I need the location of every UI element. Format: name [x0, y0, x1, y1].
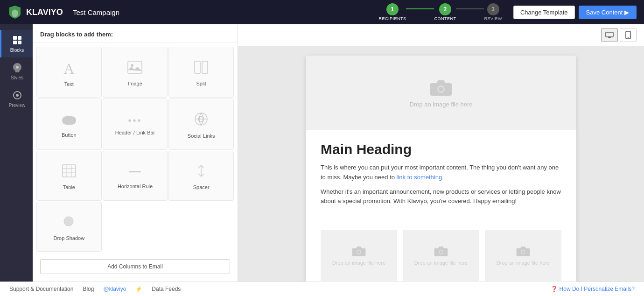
- block-image[interactable]: Image: [103, 47, 168, 98]
- svg-rect-24: [606, 32, 613, 37]
- svg-rect-1: [18, 36, 21, 40]
- canvas-toolbar: [238, 24, 644, 46]
- block-button[interactable]: Button: [36, 99, 102, 149]
- block-text[interactable]: A Text: [36, 47, 102, 98]
- image-block-label: Image: [128, 81, 142, 86]
- header-link-bar-block-icon: •••: [128, 115, 142, 126]
- col-1-drop-text: Drop an image file here: [332, 260, 385, 266]
- klaviyo-logo: [7, 5, 22, 20]
- body-link[interactable]: link to something: [397, 174, 442, 181]
- step-3-circle: 3: [487, 3, 499, 15]
- step-3: 3 REVIEW: [484, 3, 502, 21]
- rss-icon: ⚡: [135, 286, 142, 292]
- blocks-grid: A Text Image: [33, 43, 238, 255]
- block-split[interactable]: Split: [168, 47, 234, 98]
- preview-icon: [12, 90, 23, 101]
- horizontal-rule-block-icon: [128, 165, 142, 180]
- block-horizontal-rule[interactable]: Horizontal Rule: [103, 151, 168, 201]
- svg-rect-15: [63, 165, 76, 177]
- data-feeds-link[interactable]: Data Feeds: [152, 286, 181, 292]
- col-3-drop-image[interactable]: Drop an image file here: [485, 230, 561, 281]
- table-block-icon: [62, 164, 76, 181]
- svg-point-6: [16, 94, 19, 97]
- mobile-view-button[interactable]: [620, 28, 637, 42]
- top-header: KLAVIYO Test Campaign 1 RECIPIENTS 2 CON…: [0, 0, 644, 24]
- email-body-text-2: Whether it's an important announcement, …: [321, 187, 561, 207]
- canvas-area: Drop an image file here Main Heading Thi…: [238, 24, 644, 282]
- block-spacer[interactable]: Spacer: [168, 151, 234, 201]
- help-icon: ❓: [551, 286, 558, 292]
- step-3-label: REVIEW: [484, 16, 502, 21]
- svg-rect-3: [18, 41, 21, 44]
- drop-image-text: Drop an image file here: [409, 101, 472, 108]
- main-layout: Blocks Styles Preview Drag blocks to add…: [0, 24, 644, 282]
- step-1-label: RECIPIENTS: [378, 16, 406, 21]
- step-2-label: CONTENT: [434, 16, 456, 21]
- change-template-button[interactable]: Change Template: [513, 6, 575, 19]
- campaign-title: Test Campaign: [73, 8, 378, 16]
- support-link[interactable]: Support & Documentation: [9, 286, 73, 292]
- sidebar-item-preview[interactable]: Preview: [0, 85, 33, 113]
- column-item-2: Drop an image file here Item Heading Hav…: [403, 230, 479, 282]
- email-canvas: Drop an image file here Main Heading Thi…: [306, 56, 576, 282]
- desktop-view-button[interactable]: [601, 28, 618, 42]
- social-links-block-icon: [194, 112, 208, 129]
- col-2-drop-image[interactable]: Drop an image file here: [403, 230, 479, 281]
- save-content-button[interactable]: Save Content ▶: [579, 6, 637, 19]
- block-social-links[interactable]: Social Links: [168, 99, 234, 149]
- email-main-heading: Main Heading: [321, 141, 561, 157]
- col-1-camera-icon: [352, 245, 366, 257]
- logo-text: KLAVIYO: [26, 7, 63, 17]
- stepper: 1 RECIPIENTS 2 CONTENT 3 REVIEW: [378, 3, 502, 21]
- sidebar-blocks-label: Blocks: [10, 48, 24, 53]
- svg-rect-2: [13, 41, 17, 44]
- main-drop-image-area[interactable]: Drop an image file here: [306, 56, 576, 130]
- col-2-camera-icon: [434, 245, 448, 257]
- logo-area: KLAVIYO: [7, 5, 73, 20]
- image-block-icon: [127, 61, 142, 77]
- col-3-camera-icon: [516, 245, 530, 257]
- svg-point-30: [439, 87, 443, 92]
- sidebar-preview-label: Preview: [9, 103, 26, 108]
- email-body-text-1: This is where you can put your most impo…: [321, 163, 561, 183]
- spacer-block-icon: [196, 164, 207, 181]
- camera-icon: [430, 78, 452, 97]
- blog-link[interactable]: Blog: [83, 286, 94, 292]
- button-block-icon: [62, 113, 77, 128]
- sidebar-item-blocks[interactable]: Blocks: [0, 30, 33, 57]
- block-drop-shadow[interactable]: Drop Shadow: [36, 202, 102, 252]
- split-block-icon: [194, 61, 208, 77]
- text-block-icon: A: [63, 60, 74, 78]
- col-1-drop-image[interactable]: Drop an image file here: [321, 230, 397, 281]
- svg-rect-0: [13, 36, 17, 40]
- svg-rect-7: [128, 61, 142, 73]
- column-item-1: Drop an image file here Item Heading Hav…: [321, 230, 397, 282]
- styles-icon: [12, 62, 23, 73]
- block-header-link-bar[interactable]: ••• Header / Link Bar: [103, 99, 168, 149]
- col-2-drop-text: Drop an image file here: [414, 260, 468, 266]
- email-main-content: Main Heading This is where you can put y…: [306, 130, 576, 222]
- svg-point-4: [16, 66, 19, 69]
- left-sidebar: Blocks Styles Preview: [0, 24, 33, 282]
- svg-point-8: [131, 64, 133, 67]
- drop-shadow-block-label: Drop Shadow: [54, 235, 85, 241]
- svg-point-28: [628, 37, 629, 38]
- svg-point-34: [440, 251, 442, 254]
- mobile-icon: [625, 31, 631, 39]
- step-1: 1 RECIPIENTS: [378, 3, 406, 21]
- help-link[interactable]: ❓ How Do I Personalize Emails?: [551, 286, 635, 292]
- three-column-section: Drop an image file here Item Heading Hav…: [306, 230, 576, 282]
- svg-rect-9: [195, 61, 200, 73]
- klaviyo-social-link[interactable]: @klaviyo: [103, 286, 126, 292]
- blocks-panel: Drag blocks to add them: A Text Image: [33, 24, 238, 282]
- desktop-icon: [605, 32, 614, 38]
- sidebar-item-styles[interactable]: Styles: [0, 57, 33, 85]
- add-columns-button[interactable]: Add Columns to Email: [40, 259, 230, 274]
- block-table[interactable]: Table: [36, 151, 102, 201]
- svg-point-36: [522, 251, 525, 254]
- svg-rect-10: [202, 61, 208, 73]
- column-item-3: Drop an image file here Item Heading Hav…: [485, 230, 561, 282]
- table-block-label: Table: [63, 184, 75, 190]
- blocks-icon: [12, 35, 23, 46]
- social-links-block-label: Social Links: [188, 133, 215, 139]
